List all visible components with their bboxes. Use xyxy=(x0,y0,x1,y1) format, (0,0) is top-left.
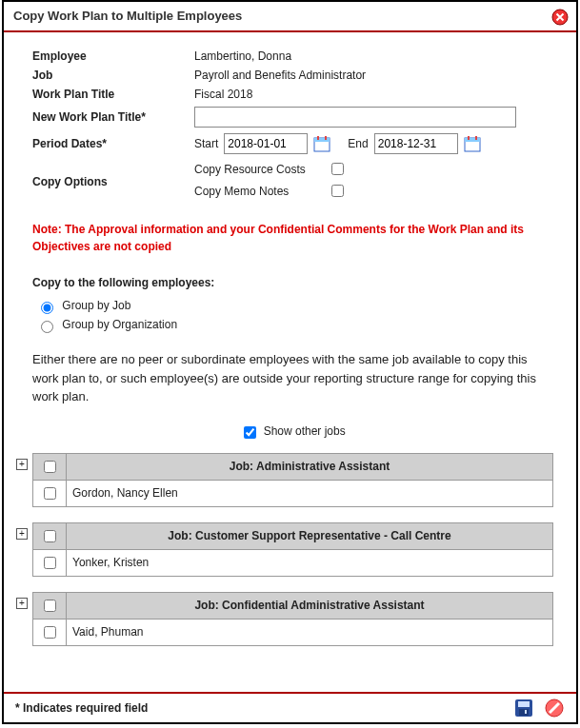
employee-name: Gordon, Nancy Ellen xyxy=(67,480,553,506)
period-dates-label: Period Dates* xyxy=(32,137,194,150)
show-other-jobs-text: Show other jobs xyxy=(264,424,346,438)
job-group-select-all-checkbox[interactable] xyxy=(44,600,56,612)
job-group-header: Job: Confidential Administrative Assista… xyxy=(67,592,553,619)
job-group: + Job: Customer Support Representative -… xyxy=(32,522,553,577)
dialog-copy-work-plan: Copy Work Plan to Multiple Employees Emp… xyxy=(2,0,578,724)
group-by-org-radio[interactable] xyxy=(41,321,53,333)
table-row: Vaid, Phuman xyxy=(33,619,553,645)
copy-to-heading: Copy to the following employees: xyxy=(32,276,553,289)
svg-rect-2 xyxy=(314,138,330,142)
show-other-jobs-label[interactable]: Show other jobs xyxy=(240,424,345,438)
copy-options-label: Copy Options xyxy=(32,175,194,188)
dialog-footer: * Indicates required field xyxy=(4,692,576,722)
copy-memo-notes-label: Copy Memo Notes xyxy=(194,185,328,198)
employee-name: Yonker, Kristen xyxy=(67,549,553,576)
expand-collapse-icon[interactable]: + xyxy=(16,459,28,470)
dialog-body: Employee Lambertino, Donna Job Payroll a… xyxy=(4,32,576,690)
no-employees-message: Either there are no peer or subordinate … xyxy=(32,350,553,406)
new-workplan-title-label: New Work Plan Title* xyxy=(32,110,194,124)
copy-resource-costs-label: Copy Resource Costs xyxy=(194,163,328,176)
copy-memo-notes-checkbox[interactable] xyxy=(331,185,344,197)
employee-checkbox[interactable] xyxy=(44,487,56,500)
employee-label: Employee xyxy=(32,49,194,63)
job-group-select-all-checkbox[interactable] xyxy=(44,461,56,473)
calendar-icon[interactable] xyxy=(313,135,330,152)
approval-note: Note: The Approval information and your … xyxy=(32,221,553,255)
new-workplan-title-input[interactable] xyxy=(194,107,516,128)
required-field-note: * Indicates required field xyxy=(15,701,148,715)
calendar-icon[interactable] xyxy=(464,135,481,152)
save-button[interactable] xyxy=(513,698,534,718)
employee-value: Lambertino, Donna xyxy=(194,49,553,63)
job-group: + Job: Administrative Assistant Gordon, … xyxy=(32,453,553,507)
svg-rect-10 xyxy=(518,701,530,707)
period-end-input[interactable] xyxy=(374,133,458,154)
group-by-org-text: Group by Organization xyxy=(62,318,177,331)
svg-rect-12 xyxy=(525,710,527,714)
group-by-job-text: Group by Job xyxy=(62,299,130,312)
job-label: Job xyxy=(32,69,194,82)
svg-rect-6 xyxy=(465,138,480,142)
expand-collapse-icon[interactable]: + xyxy=(16,528,28,540)
workplan-title-value: Fiscal 2018 xyxy=(194,88,553,101)
employee-checkbox[interactable] xyxy=(44,557,56,569)
expand-collapse-icon[interactable]: + xyxy=(16,598,28,609)
job-group-select-all-checkbox[interactable] xyxy=(44,530,56,542)
svg-rect-7 xyxy=(468,136,470,140)
period-start-input[interactable] xyxy=(224,133,308,154)
svg-rect-3 xyxy=(317,136,319,140)
job-value: Payroll and Benefits Administrator xyxy=(194,69,553,82)
group-by-job-radio[interactable] xyxy=(41,302,53,314)
table-row: Yonker, Kristen xyxy=(33,549,553,576)
job-group-header: Job: Administrative Assistant xyxy=(67,453,553,480)
show-other-jobs-checkbox[interactable] xyxy=(244,426,256,439)
dialog-title: Copy Work Plan to Multiple Employees xyxy=(13,9,242,23)
copy-resource-costs-checkbox[interactable] xyxy=(331,163,344,175)
svg-rect-4 xyxy=(325,136,327,140)
group-by-job-radio-label[interactable]: Group by Job xyxy=(36,299,130,312)
cancel-button[interactable] xyxy=(544,698,565,718)
dialog-titlebar: Copy Work Plan to Multiple Employees xyxy=(4,2,576,32)
job-group: + Job: Confidential Administrative Assis… xyxy=(32,592,553,646)
svg-rect-11 xyxy=(519,709,529,716)
employee-checkbox[interactable] xyxy=(44,626,56,639)
period-end-label: End xyxy=(348,137,368,150)
job-group-header: Job: Customer Support Representative - C… xyxy=(67,522,553,549)
workplan-title-label: Work Plan Title xyxy=(32,88,194,101)
table-row: Gordon, Nancy Ellen xyxy=(33,480,553,506)
period-start-label: Start xyxy=(194,137,218,150)
svg-rect-8 xyxy=(475,136,477,140)
group-by-org-radio-label[interactable]: Group by Organization xyxy=(36,318,177,331)
employee-name: Vaid, Phuman xyxy=(67,619,553,645)
